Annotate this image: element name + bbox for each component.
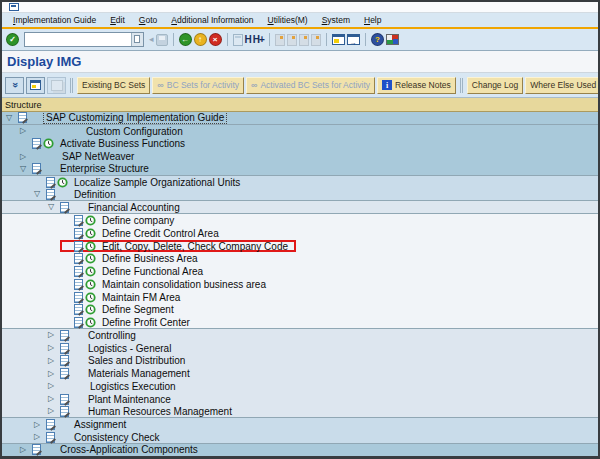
menu-goto[interactable]: Goto (132, 15, 164, 25)
tree-row[interactable]: Maintain consolidation business area (2, 278, 598, 291)
menu-edit[interactable]: Edit (103, 15, 132, 25)
tree-row[interactable]: ▷Logistics Execution (2, 380, 598, 393)
tree-row[interactable]: ▽Financial Accounting (2, 201, 598, 214)
img-activity-icon[interactable] (85, 292, 96, 303)
tree-item-label[interactable]: Define Credit Control Area (102, 228, 219, 239)
menu-help[interactable]: Help (357, 15, 388, 25)
command-field[interactable] (24, 32, 144, 47)
expand-arrow-icon[interactable]: ▷ (48, 395, 60, 403)
img-activity-icon[interactable] (85, 228, 96, 239)
img-documentation-icon[interactable] (74, 241, 83, 252)
img-activity-icon[interactable] (85, 215, 96, 226)
create-shortcut-icon[interactable] (347, 34, 360, 45)
existing-bc-sets-button[interactable]: Existing BC Sets (77, 77, 150, 94)
img-activity-icon[interactable] (85, 304, 96, 315)
expand-subtree-button[interactable]: » (5, 77, 24, 94)
img-documentation-icon[interactable] (74, 317, 83, 328)
img-documentation-icon[interactable] (46, 419, 55, 430)
img-documentation-icon[interactable] (74, 304, 83, 315)
customize-layout-icon[interactable] (386, 34, 399, 45)
tree-row[interactable]: ▽SAP Customizing Implementation Guide (2, 112, 598, 125)
img-documentation-icon[interactable] (46, 432, 55, 443)
expand-arrow-icon[interactable]: ▷ (20, 153, 32, 161)
expand-arrow-icon[interactable]: ▷ (48, 331, 60, 339)
img-activity-icon[interactable] (85, 279, 96, 290)
collapse-arrow-icon[interactable]: ▽ (6, 114, 18, 122)
tree-item-label[interactable]: Define Functional Area (102, 266, 203, 277)
tree-row[interactable]: ▷Cross-Application Components (2, 444, 598, 456)
img-documentation-icon[interactable] (60, 406, 69, 417)
img-documentation-icon[interactable] (32, 163, 41, 174)
img-documentation-icon[interactable] (32, 138, 41, 149)
tree-item-label[interactable]: Sales and Distribution (88, 355, 185, 366)
tree-row[interactable]: Define Profit Center (2, 316, 598, 329)
sap-window-icon[interactable] (9, 3, 19, 11)
tree-row[interactable]: Define Functional Area (2, 265, 598, 278)
tree-row[interactable]: ▷Assignment (2, 418, 598, 431)
tree-row[interactable]: ▷Consistency Check (2, 431, 598, 444)
tree-item-label[interactable]: Define company (102, 215, 174, 226)
img-documentation-icon[interactable] (46, 177, 55, 188)
tree-item-label[interactable]: Activate Business Functions (60, 138, 185, 149)
img-documentation-icon[interactable] (60, 202, 69, 213)
tree-item-label[interactable]: Plant Maintenance (88, 394, 171, 405)
tree-row[interactable]: ▷Materials Management (2, 367, 598, 380)
tree-row[interactable]: ▷Sales and Distribution (2, 355, 598, 368)
img-documentation-icon[interactable] (60, 394, 69, 405)
tree-row[interactable]: ▷Custom Configuration (2, 125, 598, 138)
tree-item-label[interactable]: SAP NetWeaver (62, 151, 134, 162)
img-documentation-icon[interactable] (60, 355, 69, 366)
tree-row[interactable]: Localize Sample Organizational Units (2, 176, 598, 189)
tree-row[interactable]: Edit, Copy, Delete, Check Company Code (2, 240, 598, 253)
tree-row[interactable]: Maintain FM Area (2, 291, 598, 304)
img-documentation-icon[interactable] (74, 253, 83, 264)
expand-arrow-icon[interactable]: ▷ (34, 433, 46, 441)
expand-arrow-icon[interactable]: ▷ (34, 421, 46, 429)
expand-arrow-icon[interactable]: ▷ (20, 127, 32, 135)
img-activity-icon[interactable] (85, 253, 96, 264)
print-icon[interactable] (233, 34, 243, 46)
tree-item-label[interactable]: Consistency Check (74, 432, 160, 443)
expand-arrow-icon[interactable]: ▷ (48, 407, 60, 415)
expand-arrow-icon[interactable]: ▷ (48, 370, 60, 378)
cancel-icon[interactable]: × (209, 33, 222, 46)
img-activity-icon[interactable] (57, 177, 68, 188)
tree-row[interactable]: ▷Plant Maintenance (2, 393, 598, 406)
img-documentation-icon[interactable] (74, 215, 83, 226)
tree-item-label[interactable]: Materials Management (88, 368, 190, 379)
img-documentation-icon[interactable] (18, 112, 27, 123)
tree-row[interactable]: Define Credit Control Area (2, 227, 598, 240)
tree-row[interactable]: ▽Definition (2, 189, 598, 202)
expand-arrow-icon[interactable]: ▷ (20, 446, 32, 454)
tree-item-label[interactable]: Maintain consolidation business area (102, 279, 266, 290)
img-documentation-icon[interactable] (60, 343, 69, 354)
new-session-icon[interactable] (332, 34, 345, 45)
img-documentation-icon[interactable] (46, 189, 55, 200)
tree-item-label[interactable]: Maintain FM Area (102, 292, 180, 303)
tree-item-label[interactable]: Define Business Area (102, 253, 198, 264)
find-next-icon[interactable]: H+ (253, 34, 264, 45)
tree-item-label[interactable]: Custom Configuration (86, 126, 183, 137)
where-else-used-button[interactable]: Where Else Used (525, 77, 600, 94)
position-button[interactable] (26, 77, 45, 94)
menu-additional-information[interactable]: Additional Information (164, 15, 260, 25)
release-notes-button[interactable]: iRelease Notes (377, 77, 456, 94)
help-icon[interactable]: ? (371, 33, 384, 46)
tree-item-label[interactable]: Financial Accounting (88, 202, 180, 213)
exit-icon[interactable]: ↑ (194, 33, 207, 46)
expand-arrow-icon[interactable]: ▷ (48, 382, 60, 390)
enter-icon[interactable]: ✓ (6, 33, 19, 46)
tree-row[interactable]: Define company (2, 214, 598, 227)
tree-item-label[interactable]: Cross-Application Components (60, 444, 198, 455)
tree-item-label[interactable]: Logistics - General (88, 343, 171, 354)
change-log-button[interactable]: Change Log (467, 77, 523, 94)
tree-item-label[interactable]: Edit, Copy, Delete, Check Company Code (102, 241, 288, 252)
tree-item-label[interactable]: Human Resources Management (88, 406, 232, 417)
tree-item-label[interactable]: Definition (74, 189, 116, 200)
img-activity-icon[interactable] (85, 266, 96, 277)
tree-row[interactable]: ▷SAP NetWeaver (2, 150, 598, 163)
collapse-arrow-icon[interactable]: ▽ (48, 203, 60, 211)
img-documentation-icon[interactable] (32, 444, 41, 455)
img-activity-icon[interactable] (85, 317, 96, 328)
tree-row[interactable]: ▷Human Resources Management (2, 406, 598, 419)
